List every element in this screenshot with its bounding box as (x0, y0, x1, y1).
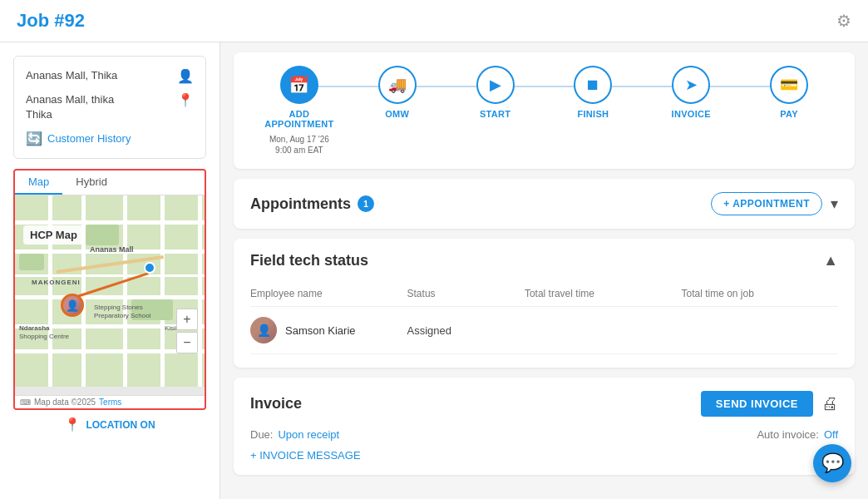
step-invoice-circle: ➤ (672, 66, 710, 104)
due-value[interactable]: Upon receipt (278, 428, 339, 441)
location-pin-icon: 📍 (177, 92, 194, 108)
map-data-text: Map data ©2025 (34, 398, 96, 407)
location-on-bar[interactable]: 📍 LOCATION ON (13, 410, 206, 439)
step-finish[interactable]: ⏹ FINISH (544, 66, 642, 119)
invoice-header: Invoice SEND INVOICE 🖨 (250, 391, 838, 417)
add-appointment-button[interactable]: + APPOINTMENT (711, 192, 822, 215)
location-on-label: LOCATION ON (86, 419, 155, 431)
appointments-section: Appointments 1 + APPOINTMENT ▾ (234, 179, 855, 229)
map-background: 👤 Ananas Mall MAKONGENI Stepping Stones … (15, 195, 205, 387)
field-tech-collapse-button[interactable]: ▲ (823, 252, 838, 269)
step-add-appointment-sub: Mon, Aug 17 '269:00 am EAT (269, 134, 329, 156)
step-start-circle: ▶ (476, 66, 515, 104)
step-pay[interactable]: 💳 PAY (740, 66, 838, 119)
step-omw[interactable]: 🚚 OMW (348, 66, 446, 119)
step-omw-label: OMW (385, 109, 409, 119)
terms-link[interactable]: Terms (99, 398, 121, 407)
step-finish-label: FINISH (577, 109, 609, 119)
address-card: Ananas Mall, Thika 👤 Ananas Mall, thikaT… (13, 56, 206, 159)
col-header-status: Status (407, 288, 525, 299)
map-footer: ⌨ Map data ©2025 Terms (15, 395, 205, 408)
history-icon: 🔄 (26, 131, 42, 146)
workflow-bar: 📅 ADDAPPOINTMENT Mon, Aug 17 '269:00 am … (234, 52, 855, 169)
destination-marker (144, 262, 155, 274)
step-add-appointment-circle: 📅 (280, 66, 318, 104)
step-pay-circle: 💳 (770, 66, 808, 104)
field-tech-section: Field tech status ▲ Employee name Status… (234, 239, 855, 368)
location-on-icon: 📍 (64, 417, 81, 432)
appointments-title-text: Appointments (250, 195, 351, 213)
customer-history-label: Customer History (47, 132, 131, 145)
map-visual: 👤 Ananas Mall MAKONGENI Stepping Stones … (15, 195, 205, 387)
field-tech-title: Field tech status (250, 252, 368, 269)
due-label: Due: (250, 428, 273, 441)
person-marker: 👤 (61, 294, 84, 317)
invoice-auto-row: Auto invoice: Off (757, 428, 838, 441)
zoom-out-button[interactable]: − (176, 332, 198, 353)
appointments-actions: + APPOINTMENT ▾ (711, 192, 838, 215)
map-tabs: Map Hybrid (15, 170, 205, 195)
job-label: Job (17, 10, 54, 31)
right-panel: 📅 ADDAPPOINTMENT Mon, Aug 17 '269:00 am … (220, 42, 868, 499)
invoice-title: Invoice (250, 395, 302, 413)
step-start[interactable]: ▶ START (446, 66, 545, 119)
person-icon: 👤 (177, 68, 194, 84)
appointments-header: Appointments 1 + APPOINTMENT ▾ (250, 192, 838, 215)
customer-history-link[interactable]: 🔄 Customer History (26, 131, 194, 146)
chat-bubble-button[interactable]: 💬 (813, 444, 851, 482)
tab-hybrid[interactable]: Hybrid (62, 170, 121, 195)
invoice-section: Invoice SEND INVOICE 🖨 Due: Upon receipt… (234, 378, 855, 475)
field-tech-header: Field tech status ▲ (250, 252, 838, 269)
step-add-appointment[interactable]: 📅 ADDAPPOINTMENT Mon, Aug 17 '269:00 am … (250, 66, 348, 156)
address-line-2: Ananas Mall, thikaThika (26, 92, 114, 122)
invoice-details-row: Due: Upon receipt Auto invoice: Off (250, 428, 838, 441)
employee-cell: 👤 Samson Kiarie (250, 317, 407, 343)
appointments-collapse-button[interactable]: ▾ (831, 195, 838, 213)
job-number: #92 (54, 10, 85, 31)
step-invoice[interactable]: ➤ INVOICE (642, 66, 740, 119)
auto-invoice-value[interactable]: Off (824, 428, 838, 441)
page-header: Job #92 ⚙ (0, 0, 868, 42)
field-tech-title-text: Field tech status (250, 252, 368, 269)
send-invoice-button[interactable]: SEND INVOICE (701, 391, 813, 417)
step-pay-label: PAY (780, 109, 798, 119)
step-invoice-label: INVOICE (672, 109, 711, 119)
avatar-image: 👤 (250, 317, 277, 343)
table-row: 👤 Samson Kiarie Assigned (250, 307, 838, 354)
step-omw-circle: 🚚 (378, 66, 417, 104)
auto-invoice-label: Auto invoice: (757, 428, 818, 441)
col-header-travel: Total travel time (525, 288, 682, 299)
avatar: 👤 (250, 317, 277, 343)
step-add-appointment-label: ADDAPPOINTMENT (264, 109, 333, 129)
step-start-label: START (480, 109, 510, 119)
map-container[interactable]: Map Hybrid (13, 169, 206, 410)
map-label: HCP Map (23, 225, 84, 245)
col-header-employee: Employee name (250, 288, 407, 299)
settings-icon[interactable]: ⚙ (836, 11, 851, 31)
add-invoice-message-button[interactable]: + INVOICE MESSAGE (250, 449, 838, 462)
left-panel: Ananas Mall, Thika 👤 Ananas Mall, thikaT… (0, 42, 220, 499)
zoom-in-button[interactable]: + (176, 309, 198, 330)
employee-name: Samson Kiarie (285, 324, 356, 337)
page-title: Job #92 (17, 10, 85, 32)
field-tech-table-headers: Employee name Status Total travel time T… (250, 281, 838, 307)
invoice-due-row: Due: Upon receipt (250, 428, 339, 441)
appointments-badge: 1 (358, 195, 374, 212)
step-finish-circle: ⏹ (574, 66, 612, 104)
address-row-2: Ananas Mall, thikaThika 📍 (26, 92, 194, 122)
tab-map[interactable]: Map (15, 170, 62, 195)
appointments-title: Appointments 1 (250, 195, 374, 213)
address-line-1: Ananas Mall, Thika (26, 68, 117, 83)
address-row-1: Ananas Mall, Thika 👤 (26, 68, 194, 84)
map-controls: + − (176, 309, 198, 353)
col-header-time-on-job: Total time on job (681, 288, 838, 299)
print-icon[interactable]: 🖨 (821, 394, 838, 413)
employee-status: Assigned (407, 324, 525, 337)
